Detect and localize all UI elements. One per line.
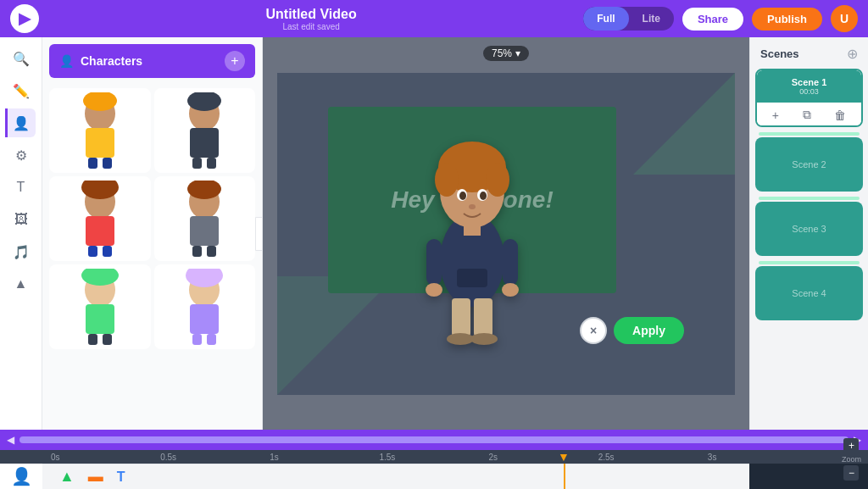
characters-header: 👤 Characters + xyxy=(49,44,255,78)
timeline-playhead[interactable] xyxy=(564,464,565,489)
ruler-1s: 1s xyxy=(270,453,379,462)
ruler-25s: 2.5s xyxy=(598,453,708,462)
svg-rect-42 xyxy=(452,298,470,336)
scene-1-time: 00:03 xyxy=(764,87,854,96)
scene-2-thumb: Scene 2 xyxy=(755,137,863,192)
header: ▶ Untitled Video Last edit saved Full Li… xyxy=(0,0,868,37)
ruler-3s: 3s xyxy=(708,453,817,462)
timeline-handle-left[interactable]: ◀ xyxy=(7,434,14,446)
svg-rect-19 xyxy=(207,246,216,257)
shape-tool[interactable]: ▲ xyxy=(7,270,36,298)
scenes-panel: Scenes ⊕ Scene 1 00:03 + ⧉ 🗑 Scene 2 xyxy=(749,37,868,430)
svg-rect-13 xyxy=(88,246,97,257)
mode-toggle: Full Lite xyxy=(583,7,674,31)
logo[interactable]: ▶ xyxy=(10,4,39,33)
scene-3-thumb: Scene 3 xyxy=(755,202,863,256)
shape-tool-rect[interactable]: ▬ xyxy=(88,468,103,486)
zoom-value: 75% xyxy=(492,47,512,59)
timeline-track[interactable]: ◀ ▶ xyxy=(0,430,868,450)
bottom-toolbar: ▲ ▬ T xyxy=(42,464,749,489)
svg-point-37 xyxy=(459,192,466,200)
user-avatar[interactable]: U xyxy=(831,5,858,32)
svg-rect-8 xyxy=(192,158,202,169)
zoom-dropdown-icon[interactable]: ▾ xyxy=(515,47,520,59)
shape-tool-text[interactable]: T xyxy=(117,470,125,485)
scene-2-divider xyxy=(759,197,860,200)
zoom-out-button[interactable]: − xyxy=(843,465,859,481)
svg-rect-2 xyxy=(86,128,114,158)
ruler-2s: 2s xyxy=(489,453,598,462)
scenes-list: Scene 1 00:03 + ⧉ 🗑 Scene 2 S xyxy=(755,69,863,320)
zoom-label: Zoom xyxy=(842,455,861,464)
zoom-controls: + Zoom − xyxy=(842,430,861,489)
scene-item-4[interactable]: Scene 4 xyxy=(755,266,863,320)
character-tool[interactable]: 👤 xyxy=(5,108,36,137)
character-item-3[interactable] xyxy=(49,176,151,261)
svg-rect-29 xyxy=(207,334,216,345)
scene-1-copy-button[interactable]: ⧉ xyxy=(803,108,811,122)
mode-lite-button[interactable]: Lite xyxy=(629,7,674,31)
scene-1-divider xyxy=(759,132,860,136)
characters-icon: 👤 xyxy=(59,54,74,68)
svg-rect-4 xyxy=(103,158,112,169)
scene-1-add-button[interactable]: + xyxy=(772,108,779,122)
character-item-2[interactable] xyxy=(154,88,256,173)
scene-3-divider xyxy=(759,261,860,264)
shape-tool-triangle[interactable]: ▲ xyxy=(59,468,75,486)
zoom-in-button[interactable]: + xyxy=(843,438,859,453)
scenes-menu-icon[interactable]: ⊕ xyxy=(847,46,858,62)
text-tool[interactable]: T xyxy=(7,173,36,202)
music-tool[interactable]: 🎵 xyxy=(7,237,36,266)
svg-rect-22 xyxy=(86,304,114,334)
cancel-button[interactable]: × xyxy=(580,317,607,344)
timeline-bar xyxy=(19,436,849,443)
publish-button[interactable]: Publish xyxy=(752,8,822,31)
svg-rect-23 xyxy=(88,334,97,345)
scene-1-delete-button[interactable]: 🗑 xyxy=(834,108,846,122)
left-toolbar: 🔍 ✏️ 👤 ⚙ T 🖼 🎵 ▲ xyxy=(0,37,42,430)
svg-rect-44 xyxy=(426,239,442,286)
character-item-1[interactable] xyxy=(49,88,151,173)
image-tool[interactable]: 🖼 xyxy=(7,205,36,234)
share-button[interactable]: Share xyxy=(682,8,743,31)
svg-point-48 xyxy=(447,333,474,345)
ruler-15s: 1.5s xyxy=(379,453,488,462)
bottom-avatar-icon: 👤 xyxy=(11,466,32,486)
search-tool[interactable]: 🔍 xyxy=(7,44,36,73)
scene-2-label: Scene 2 xyxy=(792,159,826,169)
ruler-0s: 0s xyxy=(51,453,160,462)
scene-item-2[interactable]: Scene 2 xyxy=(755,137,863,192)
svg-rect-28 xyxy=(192,334,202,345)
character-item-4[interactable] xyxy=(154,176,256,261)
scenes-header: Scenes ⊕ xyxy=(755,42,863,69)
character-item-5[interactable] xyxy=(49,264,151,349)
characters-header-left: 👤 Characters xyxy=(59,54,142,68)
panel-collapse-button[interactable]: ‹ xyxy=(255,217,263,251)
svg-rect-40 xyxy=(464,220,481,236)
svg-point-33 xyxy=(435,163,459,197)
bottom-avatar[interactable]: 👤 xyxy=(0,464,42,489)
settings-tool[interactable]: ⚙ xyxy=(7,141,36,169)
svg-point-39 xyxy=(469,204,476,209)
scene-item-1[interactable]: Scene 1 00:03 + ⧉ 🗑 xyxy=(755,69,863,127)
edit-tool[interactable]: ✏️ xyxy=(7,76,36,105)
add-character-button[interactable]: + xyxy=(225,51,245,71)
title-area: Untitled Video Last edit saved xyxy=(47,7,575,31)
svg-point-47 xyxy=(502,283,519,297)
action-buttons: × Apply xyxy=(580,317,684,344)
zoom-badge: 75% ▾ xyxy=(483,46,529,61)
characters-grid xyxy=(42,85,262,353)
svg-rect-41 xyxy=(457,269,487,287)
scene-item-3[interactable]: Scene 3 xyxy=(755,202,863,256)
svg-rect-24 xyxy=(103,334,112,345)
svg-rect-7 xyxy=(190,128,219,158)
character-item-6[interactable] xyxy=(154,264,256,349)
scene-canvas: Hey everyone! xyxy=(277,73,735,395)
apply-button[interactable]: Apply xyxy=(614,317,684,344)
timeline-ruler: 0s 0.5s 1s 1.5s 2s 2.5s 3s xyxy=(0,450,868,464)
svg-point-38 xyxy=(480,192,487,200)
mode-full-button[interactable]: Full xyxy=(583,7,628,31)
svg-rect-12 xyxy=(86,216,114,246)
canvas-area: 75% ▾ Hey everyone! xyxy=(263,37,749,430)
scenes-title: Scenes xyxy=(760,47,799,60)
